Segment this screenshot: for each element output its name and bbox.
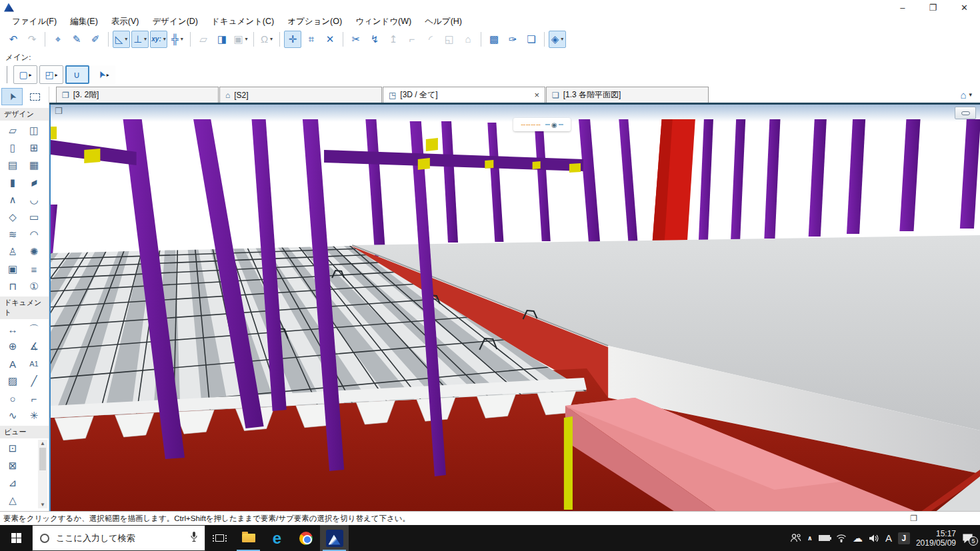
tool-polyline[interactable]: ⌐ (24, 390, 44, 407)
tool-wall[interactable]: ▱ (3, 122, 23, 139)
3d-viewport[interactable]: ❒ ╌╌╌╌ ◉ (49, 105, 980, 511)
pop-up-navigator[interactable]: ⌂▾ (952, 87, 980, 103)
tool-curved-shell[interactable]: ◠ (24, 226, 44, 243)
start-button[interactable] (0, 525, 32, 551)
tool-lamp[interactable]: ✺ (24, 243, 44, 261)
toolbar-fillet[interactable]: ◜▾ (422, 31, 439, 48)
menu-edit[interactable]: 編集(E) (63, 16, 105, 27)
toolbar-drag-handle[interactable] (7, 66, 7, 83)
tool-zone[interactable]: ▣ (3, 261, 23, 278)
viewport-restore-button[interactable] (955, 107, 976, 119)
dropdown-arrow-icon[interactable]: ▾ (144, 36, 147, 42)
tool-morph[interactable]: ◇ (3, 209, 23, 226)
tool-angle-dimension[interactable]: ∡ (24, 338, 44, 355)
menu-options[interactable]: オプション(O) (281, 16, 349, 27)
toolbar-markup-pen[interactable]: ✑▾ (504, 31, 521, 48)
toolbox-scrollbar[interactable]: ▲ ▼ (38, 440, 47, 508)
tool-curtain-wall-panel[interactable]: ▦ (24, 157, 44, 174)
toolbar-undo[interactable]: ↶▾ (5, 31, 22, 48)
tool-circle[interactable]: ○ (3, 390, 23, 407)
tool-text[interactable]: A (3, 355, 23, 372)
tool-hotspot[interactable]: ✳ (24, 407, 44, 424)
maintool-magnet[interactable]: ∪ (65, 65, 89, 84)
3d-model[interactable] (51, 105, 980, 511)
toolbar-lock[interactable]: Ω▾ (258, 31, 275, 48)
chrome-button[interactable] (291, 525, 320, 551)
tool-column[interactable]: ▮ (3, 174, 23, 191)
scrollbar-thumb[interactable] (39, 448, 46, 470)
maintool-marquee-select[interactable]: ◰▸ (39, 65, 63, 84)
minimize-button[interactable]: – (900, 3, 905, 13)
toolbar-adjust[interactable]: ↥▾ (385, 31, 402, 48)
tool-label[interactable]: A1 (24, 355, 44, 372)
microphone-icon[interactable] (190, 531, 198, 545)
tool-camera[interactable]: ⊡ (3, 440, 23, 457)
tool-window[interactable]: ⊞ (24, 139, 44, 157)
tool-stair[interactable]: ≡ (24, 261, 44, 278)
dropdown-arrow-icon[interactable]: ▾ (245, 36, 248, 42)
toolbar-surface-paint[interactable]: ◈▾ (549, 31, 566, 48)
menu-design[interactable]: デザイン(D) (145, 16, 205, 27)
arrow-select-tool[interactable]: ➤ (1, 88, 23, 105)
onedrive-icon[interactable]: ☁ (853, 532, 863, 544)
volume-icon[interactable] (869, 534, 879, 543)
tool-shell[interactable]: ◡ (24, 191, 44, 209)
ime-input-icon[interactable]: J (898, 532, 910, 544)
marquee-visibility-indicator[interactable]: ╌╌╌╌ ◉ (513, 118, 571, 131)
ime-mode-icon[interactable]: A (885, 532, 892, 544)
toolbar-zoom-optimal[interactable]: ⌖▾ (49, 31, 67, 48)
tool-radial-dimension[interactable]: ⊕ (3, 338, 23, 355)
toolbar-library-manager[interactable]: ❏▾ (523, 31, 540, 48)
menu-window[interactable]: ウィンドウ(W) (349, 16, 418, 27)
tool-drawing[interactable]: ⊠ (3, 457, 23, 474)
toolbar-split[interactable]: ↯▾ (366, 31, 383, 48)
scroll-up-icon[interactable]: ▲ (40, 440, 45, 446)
tool-railing[interactable]: ⊓ (3, 278, 23, 295)
tab-close-icon[interactable]: × (534, 90, 539, 100)
tool-spline[interactable]: ∿ (3, 407, 23, 424)
toolbar-home-story[interactable]: ⌂▾ (459, 31, 477, 48)
task-view-button[interactable] (205, 525, 234, 551)
tab-layout-1-3[interactable]: ❏[1.3 各階平面図] (546, 87, 709, 103)
toolbar-grid-snap[interactable]: ╬▾ (169, 31, 186, 48)
toolbar-frame[interactable]: ▣▾ (232, 31, 249, 48)
tool-curtain-wall-frame[interactable]: ▤ (3, 157, 23, 174)
toolbar-redo[interactable]: ↷▾ (23, 31, 41, 48)
close-button[interactable]: ✕ (961, 3, 968, 13)
file-explorer-button[interactable] (234, 525, 263, 551)
menu-file[interactable]: ファイル(F) (5, 16, 63, 27)
tool-slab[interactable]: ▭ (24, 209, 44, 226)
battery-icon[interactable] (819, 535, 830, 541)
menu-document[interactable]: ドキュメント(C) (205, 16, 281, 27)
tool-beam[interactable]: ▰ (24, 174, 44, 191)
taskbar-search[interactable]: ここに入力して検索 (32, 525, 205, 551)
action-center-button[interactable]: 5 (962, 533, 973, 543)
dropdown-arrow-icon[interactable]: ▾ (270, 36, 273, 42)
people-icon[interactable] (790, 533, 801, 543)
marquee-tool[interactable] (24, 88, 45, 105)
toolbar-inject-parameters[interactable]: ✐▾ (87, 31, 104, 48)
scroll-down-icon[interactable]: ▼ (40, 502, 45, 508)
tool-arc-dimension[interactable]: ⌒ (24, 320, 44, 338)
menu-view[interactable]: 表示(V) (105, 16, 146, 27)
maintool-select-path[interactable]: ▢▸ (13, 65, 37, 84)
toolbar-guide-lines[interactable]: ◺▾ (113, 31, 130, 48)
dropdown-arrow-icon[interactable]: ▾ (163, 36, 166, 42)
tool-section-marker[interactable]: ⊿ (3, 474, 23, 492)
yellow-plate-front[interactable] (564, 416, 573, 510)
tool-level-marker[interactable]: ① (24, 278, 44, 295)
dropdown-arrow-icon[interactable]: ▾ (125, 36, 127, 42)
tab-s2[interactable]: ⌂[S2] (219, 87, 382, 103)
tool-mesh[interactable]: ≋ (3, 226, 23, 243)
toolbar-pick-up-parameters[interactable]: ✎▾ (68, 31, 85, 48)
archicad-taskbar-button[interactable] (320, 525, 349, 551)
menu-help[interactable]: ヘルプ(H) (418, 16, 469, 27)
cascade-windows-icon[interactable]: ❐ (910, 514, 917, 523)
wifi-icon[interactable] (836, 534, 847, 542)
toolbar-stretch[interactable]: ◱▾ (441, 31, 458, 48)
toolbar-survey-point[interactable]: ✛▾ (284, 31, 301, 48)
edge-button[interactable]: e (263, 525, 291, 551)
toolbar-trim[interactable]: ✂▾ (347, 31, 365, 48)
tray-expand-icon[interactable]: ∧ (807, 534, 813, 542)
maintool-arrow-tool[interactable]: ➤▸ (91, 65, 115, 84)
